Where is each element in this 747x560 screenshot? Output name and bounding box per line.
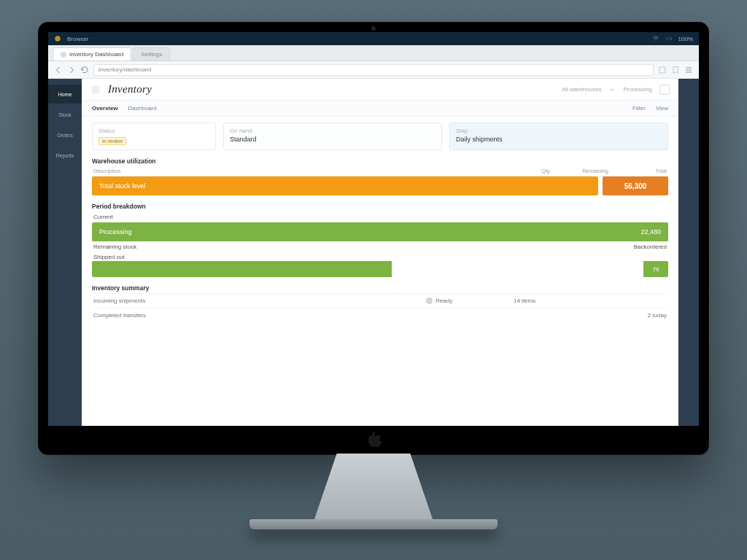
- battery-percent: 100%: [678, 36, 693, 42]
- card-value: Daily shipments: [456, 136, 662, 143]
- url-text: inventory/dashboard: [98, 66, 152, 73]
- section-title: Period breakdown: [92, 201, 668, 211]
- status-dot-icon: [426, 298, 433, 304]
- section-title: Inventory summary: [92, 283, 668, 293]
- browser-tab[interactable]: Settings: [133, 47, 170, 61]
- bar-value: 22,480: [640, 228, 661, 236]
- cell-status: [426, 312, 514, 319]
- col-desc: Description: [93, 168, 492, 174]
- header-action-icon[interactable]: [659, 85, 670, 95]
- browser-tabstrip: Inventory Dashboard Settings: [48, 45, 699, 61]
- col-remaining: Remaining: [550, 168, 608, 174]
- card-label: Status: [98, 128, 209, 134]
- os-menubar: Browser 100%: [48, 32, 699, 45]
- favicon-icon: [61, 52, 66, 58]
- app-logo-icon: [90, 85, 101, 95]
- sidebar-item-label: Orders: [57, 133, 72, 138]
- partial-progress-bar[interactable]: 78: [92, 261, 668, 277]
- progress-fill: [92, 261, 392, 277]
- cell-right: 2 today: [601, 312, 667, 319]
- sidebar-item-orders[interactable]: Orders: [48, 125, 82, 144]
- right-gutter: [678, 79, 699, 426]
- forward-icon[interactable]: [67, 66, 76, 74]
- total-stock-bar[interactable]: Total stock level: [92, 176, 598, 195]
- wifi-icon: [652, 35, 659, 42]
- progress-value: 78: [643, 261, 668, 277]
- sidebar-item-label: Stock: [58, 112, 71, 117]
- header-meta: Processing: [623, 86, 652, 93]
- cell-detail: [514, 312, 601, 319]
- list-row: Remaining stock Backordered: [92, 241, 668, 252]
- list-row: Shipped out: [92, 252, 668, 261]
- section-breakdown: Period breakdown Current Processing 22,4…: [92, 201, 668, 277]
- cell-detail: 14 items: [514, 298, 601, 304]
- processing-bar[interactable]: Processing 22,480: [92, 222, 668, 241]
- section-summary: Inventory summary Incoming shipments Rea…: [92, 283, 668, 322]
- tab-label: Settings: [141, 51, 162, 58]
- subnav-filter[interactable]: Filter: [632, 105, 646, 112]
- back-icon[interactable]: [54, 66, 63, 74]
- screen: Browser 100% Inventory Dashboard Setting…: [48, 32, 699, 426]
- col-total: Total: [608, 168, 667, 174]
- os-logo-icon: [54, 35, 61, 42]
- bookmark-icon[interactable]: [671, 66, 680, 74]
- sub-nav: Overview Dashboard Filter View: [82, 101, 678, 117]
- monitor-stand: [308, 454, 439, 519]
- subnav-view[interactable]: View: [656, 105, 668, 112]
- progress-track: [392, 261, 643, 277]
- total-stock-value: 56,300: [603, 176, 668, 195]
- card-onhand[interactable]: On hand Standard: [223, 122, 442, 150]
- main-panel: Inventory All warehouses Processing Over…: [82, 79, 678, 426]
- sidebar-item-label: Home: [58, 92, 72, 97]
- row-label: Remaining stock: [93, 244, 136, 250]
- sidebar-item-home[interactable]: Home: [48, 85, 82, 104]
- section-title: Warehouse utilization: [92, 156, 668, 166]
- svg-rect-4: [92, 85, 100, 93]
- svg-rect-2: [671, 38, 672, 39]
- card-ship[interactable]: Ship Daily shipments: [449, 122, 668, 150]
- summary-cards: Status In review On hand Standard Ship D…: [92, 122, 668, 150]
- card-status: Status In review: [92, 122, 216, 150]
- row-value: Backordered: [634, 244, 667, 250]
- bar-label: Processing: [99, 228, 132, 236]
- subnav-lead[interactable]: Overview: [92, 105, 118, 112]
- section-utilization: Warehouse utilization Description Qty Re…: [92, 156, 668, 195]
- url-bar[interactable]: inventory/dashboard: [93, 64, 654, 76]
- page-title: Inventory: [108, 83, 152, 96]
- menu-icon[interactable]: [684, 66, 693, 74]
- card-label: Ship: [456, 128, 662, 134]
- tab-label: Inventory Dashboard: [69, 51, 123, 58]
- sidebar-item-stock[interactable]: Stock: [48, 105, 82, 124]
- sidebar-item-reports[interactable]: Reports: [48, 146, 82, 165]
- svg-rect-3: [659, 67, 665, 73]
- svg-rect-1: [666, 37, 671, 39]
- col-qty: Qty: [492, 168, 550, 174]
- monitor-frame: Browser 100% Inventory Dashboard Setting…: [38, 22, 709, 455]
- card-label: On hand: [230, 128, 436, 134]
- reload-icon[interactable]: [80, 66, 89, 74]
- cell-label: Incoming shipments: [93, 298, 426, 304]
- extensions-icon[interactable]: [658, 66, 667, 74]
- sidebar: Home Stock Orders Reports: [48, 79, 82, 426]
- svg-point-0: [55, 36, 61, 42]
- table-row[interactable]: Incoming shipments Ready 14 items: [92, 293, 668, 308]
- browser-tab-active[interactable]: Inventory Dashboard: [53, 47, 131, 61]
- chevron-down-icon[interactable]: [608, 86, 616, 93]
- browser-toolbar: inventory/dashboard: [48, 61, 699, 79]
- content-area: Status In review On hand Standard Ship D…: [82, 117, 678, 426]
- orange-bar-row: Total stock level 56,300: [92, 176, 668, 195]
- column-headers: Description Qty Remaining Total: [92, 166, 668, 176]
- breadcrumb[interactable]: Dashboard: [128, 105, 157, 112]
- list-row: Current: [92, 211, 668, 222]
- row-label: Current: [93, 214, 113, 220]
- table-row[interactable]: Completed transfers 2 today: [92, 308, 668, 322]
- row-label: Shipped out: [93, 254, 125, 260]
- battery-icon: [665, 35, 673, 42]
- cell-label: Completed transfers: [93, 312, 426, 319]
- camera-dot: [371, 26, 376, 31]
- bar-value: 56,300: [624, 182, 647, 190]
- card-value: Standard: [230, 136, 436, 143]
- cell-status: Ready: [436, 298, 452, 304]
- header-meta: All warehouses: [562, 86, 601, 93]
- cell-right: [601, 298, 667, 304]
